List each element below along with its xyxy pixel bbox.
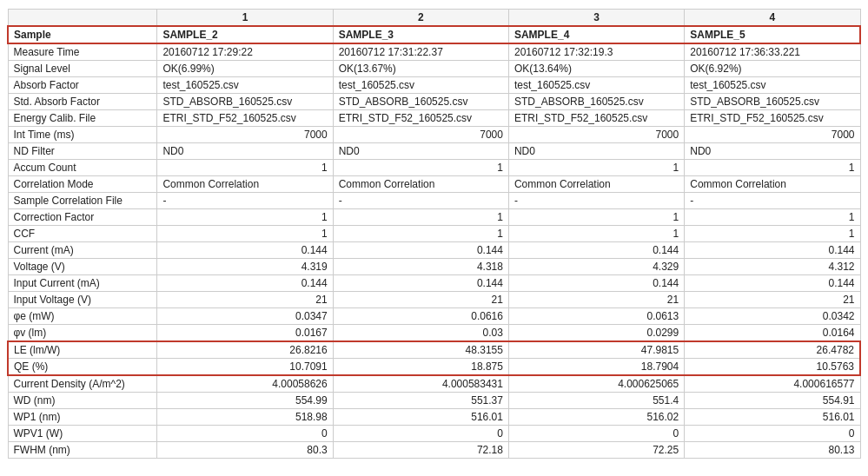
row-label-20: QE (%) (8, 359, 157, 376)
table-row: Input Voltage (V)21212121 (8, 292, 860, 308)
row-19-col-1: 26.8216 (157, 341, 333, 359)
row-14-col-1: 4.319 (157, 259, 333, 275)
row-6-col-4: 7000 (685, 127, 860, 143)
row-20-col-3: 18.7904 (508, 359, 684, 376)
table-row: SampleSAMPLE_2SAMPLE_3SAMPLE_4SAMPLE_5 (8, 26, 860, 43)
row-11-col-1: 1 (157, 209, 333, 226)
table-row: Absorb Factortest_160525.csvtest_160525.… (8, 77, 860, 94)
data-table: 1234 SampleSAMPLE_2SAMPLE_3SAMPLE_4SAMPL… (7, 9, 861, 459)
row-15-col-1: 0.144 (157, 275, 333, 292)
table-row: QE (%)10.709118.87518.790410.5763 (8, 359, 860, 376)
row-11-col-3: 1 (508, 209, 684, 226)
row-24-col-1: 0 (157, 426, 333, 442)
table-row: Energy Calib. FileETRI_STD_F52_160525.cs… (8, 110, 860, 127)
row-22-col-4: 554.91 (685, 393, 860, 409)
table-row: φv (lm)0.01670.030.02990.0164 (8, 325, 860, 342)
row-25-col-4: 80.13 (685, 442, 860, 459)
row-10-col-1: - (157, 193, 333, 209)
row-2-col-3: OK(13.64%) (508, 61, 684, 77)
row-label-14: Voltage (V) (8, 259, 157, 275)
row-18-col-1: 0.0167 (157, 325, 333, 342)
row-label-9: Correlation Mode (8, 176, 157, 193)
row-22-col-3: 551.4 (508, 393, 684, 409)
row-label-6: Int Time (ms) (8, 127, 157, 143)
row-19-col-3: 47.9815 (508, 341, 684, 359)
row-4-col-3: STD_ABSORB_160525.csv (508, 94, 684, 110)
row-1-col-4: 20160712 17:36:33.221 (685, 43, 860, 61)
row-label-16: Input Voltage (V) (8, 292, 157, 308)
row-label-21: Current Density (A/m^2) (8, 375, 157, 393)
row-4-col-2: STD_ABSORB_160525.csv (333, 94, 508, 110)
row-label-0: Sample (8, 26, 157, 43)
row-16-col-2: 21 (333, 292, 508, 308)
row-2-col-2: OK(13.67%) (333, 61, 508, 77)
row-label-24: WPV1 (W) (8, 426, 157, 442)
row-6-col-1: 7000 (157, 127, 333, 143)
row-8-col-2: 1 (333, 160, 508, 176)
row-25-col-3: 72.25 (508, 442, 684, 459)
table-row: ND FilterND0ND0ND0ND0 (8, 143, 860, 160)
row-11-col-2: 1 (333, 209, 508, 226)
row-0-col-4: SAMPLE_5 (685, 26, 860, 43)
row-14-col-2: 4.318 (333, 259, 508, 275)
table-row: Correlation ModeCommon CorrelationCommon… (8, 176, 860, 193)
col-header-num-4: 4 (685, 10, 860, 27)
table-row: Std. Absorb FactorSTD_ABSORB_160525.csvS… (8, 94, 860, 110)
row-5-col-4: ETRI_STD_F52_160525.csv (685, 110, 860, 127)
row-14-col-3: 4.329 (508, 259, 684, 275)
row-label-15: Input Current (mA) (8, 275, 157, 292)
row-label-23: WP1 (nm) (8, 409, 157, 426)
row-12-col-4: 1 (685, 226, 860, 242)
row-18-col-4: 0.0164 (685, 325, 860, 342)
row-21-col-1: 4.00058626 (157, 375, 333, 393)
row-15-col-2: 0.144 (333, 275, 508, 292)
row-10-col-4: - (685, 193, 860, 209)
col-header-num-1: 1 (157, 10, 333, 27)
row-15-col-4: 0.144 (685, 275, 860, 292)
table-row: Input Current (mA)0.1440.1440.1440.144 (8, 275, 860, 292)
row-0-col-1: SAMPLE_2 (157, 26, 333, 43)
row-0-col-2: SAMPLE_3 (333, 26, 508, 43)
table-row: Current (mA)0.1440.1440.1440.144 (8, 242, 860, 259)
table-row: WPV1 (W)0000 (8, 426, 860, 442)
row-label-4: Std. Absorb Factor (8, 94, 157, 110)
row-label-19: LE (lm/W) (8, 341, 157, 359)
table-row: LE (lm/W)26.821648.315547.981526.4782 (8, 341, 860, 359)
row-13-col-2: 0.144 (333, 242, 508, 259)
row-13-col-3: 0.144 (508, 242, 684, 259)
row-1-col-3: 20160712 17:32:19.3 (508, 43, 684, 61)
row-4-col-1: STD_ABSORB_160525.csv (157, 94, 333, 110)
row-9-col-2: Common Correlation (333, 176, 508, 193)
row-5-col-2: ETRI_STD_F52_160525.csv (333, 110, 508, 127)
row-16-col-1: 21 (157, 292, 333, 308)
table-row: WP1 (nm)518.98516.01516.02516.01 (8, 409, 860, 426)
row-label-12: CCF (8, 226, 157, 242)
col-header-label (8, 10, 157, 27)
row-24-col-3: 0 (508, 426, 684, 442)
row-13-col-4: 0.144 (685, 242, 860, 259)
table-row: WD (nm)554.99551.37551.4554.91 (8, 393, 860, 409)
col-header-num-2: 2 (333, 10, 508, 27)
row-label-5: Energy Calib. File (8, 110, 157, 127)
row-7-col-1: ND0 (157, 143, 333, 160)
row-6-col-2: 7000 (333, 127, 508, 143)
row-12-col-2: 1 (333, 226, 508, 242)
row-24-col-2: 0 (333, 426, 508, 442)
table-row: Measure Time20160712 17:29:2220160712 17… (8, 43, 860, 61)
row-20-col-4: 10.5763 (685, 359, 860, 376)
row-17-col-3: 0.0613 (508, 308, 684, 325)
row-9-col-4: Common Correlation (685, 176, 860, 193)
row-8-col-1: 1 (157, 160, 333, 176)
row-15-col-3: 0.144 (508, 275, 684, 292)
table-row: Signal LevelOK(6.99%)OK(13.67%)OK(13.64%… (8, 61, 860, 77)
table-row: Correction Factor1111 (8, 209, 860, 226)
row-2-col-1: OK(6.99%) (157, 61, 333, 77)
row-8-col-3: 1 (508, 160, 684, 176)
row-label-1: Measure Time (8, 43, 157, 61)
row-12-col-3: 1 (508, 226, 684, 242)
row-7-col-4: ND0 (685, 143, 860, 160)
table-row: CCF1111 (8, 226, 860, 242)
row-5-col-1: ETRI_STD_F52_160525.csv (157, 110, 333, 127)
table-row: Voltage (V)4.3194.3184.3294.312 (8, 259, 860, 275)
row-25-col-1: 80.3 (157, 442, 333, 459)
